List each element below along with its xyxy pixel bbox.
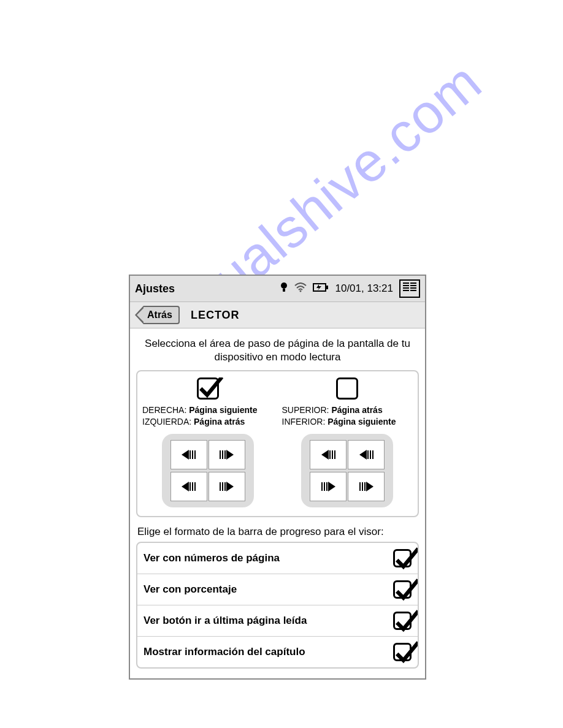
list-item-label: Mostrar información del capítulo <box>144 646 305 658</box>
list-item[interactable]: Ver con números de página <box>137 543 418 574</box>
list-item[interactable]: Ver botón ir a última página leída <box>137 605 418 637</box>
progress-options-list: Ver con números de página Ver con porcen… <box>136 542 419 669</box>
device-diagram-horizontal <box>162 434 254 507</box>
section-title: LECTOR <box>191 309 240 322</box>
checkbox-chapter-info[interactable] <box>393 643 412 661</box>
checkbox-vertical[interactable] <box>336 377 358 400</box>
status-icons: 10/01, 13:21 <box>280 279 420 298</box>
page-turn-options-box: DERECHA: Página siguiente IZQUIERDA: Pág… <box>136 370 419 517</box>
svg-point-0 <box>281 282 287 289</box>
content-area: Selecciona el área de paso de página de … <box>130 328 425 678</box>
svg-point-2 <box>300 290 302 292</box>
device-frame: Ajustes 10/01, 13:21 Atrás LECTOR Selecc… <box>129 275 426 680</box>
wifi-icon <box>294 282 307 295</box>
checkbox-page-numbers[interactable] <box>393 549 412 567</box>
checkbox-last-page[interactable] <box>393 612 412 630</box>
nav-bar: Atrás LECTOR <box>130 302 425 328</box>
checkbox-horizontal[interactable] <box>197 377 219 400</box>
status-title: Ajustes <box>135 282 175 295</box>
svg-rect-4 <box>326 286 328 289</box>
checkbox-percentage[interactable] <box>393 580 412 599</box>
page-turn-instruction: Selecciona el área de paso de página de … <box>136 337 419 364</box>
list-item[interactable]: Mostrar información del capítulo <box>137 637 418 667</box>
list-item-label: Ver botón ir a última página leída <box>144 615 307 627</box>
status-datetime: 10/01, 13:21 <box>335 282 393 295</box>
reader-view-icon[interactable] <box>399 279 420 298</box>
list-item-label: Ver con números de página <box>144 552 280 564</box>
horizontal-labels: DERECHA: Página siguiente IZQUIERDA: Pág… <box>140 404 276 428</box>
progress-bar-instruction: Elige el formato de la barra de progreso… <box>136 526 419 538</box>
back-button[interactable]: Atrás <box>144 306 180 324</box>
battery-icon <box>313 282 329 295</box>
vertical-labels: SUPERIOR: Página atrás INFERIOR: Página … <box>280 404 416 428</box>
svg-marker-5 <box>316 284 321 290</box>
page-turn-option-vertical[interactable]: SUPERIOR: Página atrás INFERIOR: Página … <box>280 377 416 507</box>
light-icon <box>280 282 288 296</box>
svg-rect-1 <box>283 289 285 292</box>
page-turn-option-horizontal[interactable]: DERECHA: Página siguiente IZQUIERDA: Pág… <box>140 377 276 507</box>
status-bar: Ajustes 10/01, 13:21 <box>130 276 425 302</box>
device-diagram-vertical <box>301 434 393 507</box>
list-item-label: Ver con porcentaje <box>144 583 237 596</box>
list-item[interactable]: Ver con porcentaje <box>137 574 418 605</box>
